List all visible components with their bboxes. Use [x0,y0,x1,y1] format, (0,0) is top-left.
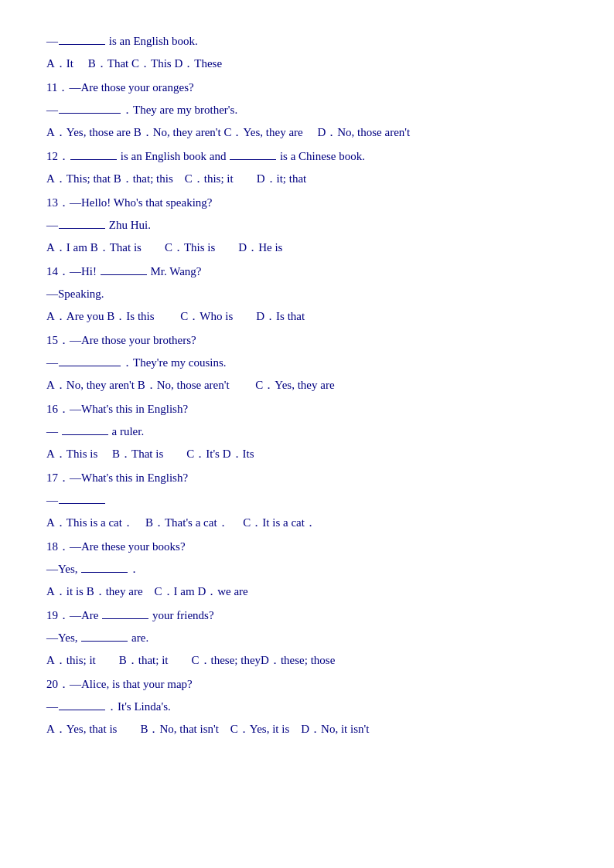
q20-options: A．Yes, that is B．No, that isn't C．Yes, i… [46,719,568,740]
q18-answer: —Yes, ． [46,559,568,580]
q19-blank1 [102,618,148,619]
q13-prompt: 13．—Hello! Who's that speaking? [46,192,568,213]
q15-options: A．No, they aren't B．No, those aren't C．Y… [46,375,568,396]
q20-blank [59,710,105,710]
q13-blank [59,228,105,229]
q19-options: A．this; it B．that; it C．these; theyD．the… [46,650,568,671]
q11-answer: —．They are my brother's. [46,100,568,121]
q20-prompt: 20．—Alice, is that your map? [46,674,568,695]
q13-options: A．I am B．That is C．This is D．He is [46,237,568,258]
q17-blank [59,503,105,504]
q16-prompt: 16．—What's this in English? [46,399,568,420]
q11-options: A．Yes, those are B．No, they aren't C．Yes… [46,122,568,143]
q16-blank [62,434,108,435]
intro-prompt: — is an English book. [46,31,568,52]
q11-prompt: 11．—Are those your oranges? [46,77,568,98]
q19-answer: —Yes, are. [46,628,568,648]
q11-blank [59,113,121,114]
q18-prompt: 18．—Are these your books? [46,536,568,557]
intro-options: A．It B．That C．This D．These [46,53,568,74]
q17-options: A．This is a cat． B．That's a cat． C．It is… [46,512,568,533]
q14-options: A．Are you B．Is this C．Who is D．Is that [46,306,568,327]
q17-answer: — [46,490,568,511]
q16-answer: — a ruler. [46,421,568,442]
q18-blank [81,572,128,573]
q12-blank1 [70,159,117,160]
q19-blank2 [81,641,128,642]
q14-prompt: 14．—Hi! Mr. Wang? [46,261,568,282]
q15-answer: —．They're my cousins. [46,352,568,373]
q12-options: A．This; that B．that; this C．this; it D．i… [46,168,568,189]
q14-blank [101,274,147,275]
q12-blank2 [230,159,276,160]
q19-prompt: 19．—Are your friends? [46,605,568,626]
q15-prompt: 15．—Are those your brothers? [46,330,568,351]
q17-prompt: 17．—What's this in English? [46,468,568,488]
q15-blank [59,366,121,366]
q14-answer: —Speaking. [46,284,568,305]
q18-options: A．it is B．they are C．I am D．we are [46,581,568,602]
q16-options: A．This is B．That is C．It's D．Its [46,444,568,465]
q12-prompt: 12． is an English book and is a Chinese … [46,146,568,167]
worksheet: — is an English book. A．It B．That C．This… [46,31,568,740]
q13-answer: — Zhu Hui. [46,215,568,236]
intro-blank [59,44,105,45]
q20-answer: —．It's Linda's. [46,696,568,717]
